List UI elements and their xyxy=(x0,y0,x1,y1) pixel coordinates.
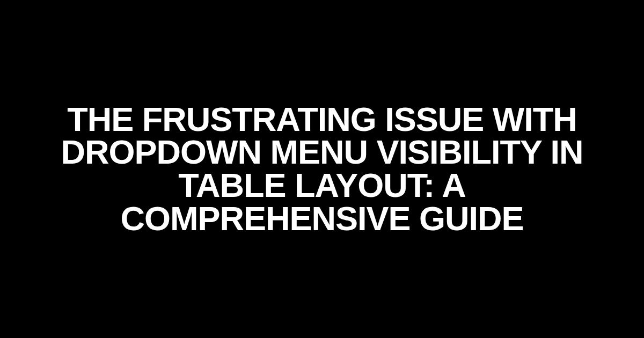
page-title: THE FRUSTRATING ISSUE WITH DROPDOWN MENU… xyxy=(43,103,601,236)
title-container: THE FRUSTRATING ISSUE WITH DROPDOWN MENU… xyxy=(0,103,644,236)
